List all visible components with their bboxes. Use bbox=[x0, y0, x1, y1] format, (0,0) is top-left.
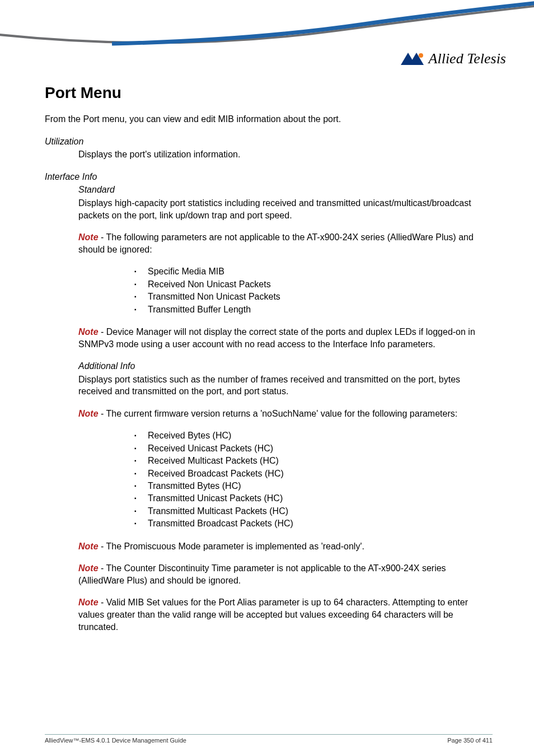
list-item: Transmitted Non Unicast Packets bbox=[134, 291, 493, 303]
page-footer: AlliedView™-EMS 4.0.1 Device Management … bbox=[45, 734, 493, 744]
note-label: Note bbox=[78, 232, 99, 242]
list-item: Transmitted Unicast Packets (HC) bbox=[134, 492, 493, 505]
list-item: Transmitted Broadcast Packets (HC) bbox=[134, 517, 493, 530]
note-label: Note bbox=[78, 542, 99, 551]
standard-note2: Note - Device Manager will not display t… bbox=[78, 326, 493, 350]
list-item: Received Non Unicast Packets bbox=[134, 278, 493, 291]
brand-logo: Allied Telesis bbox=[401, 50, 506, 67]
list-item: Received Broadcast Packets (HC) bbox=[134, 468, 493, 480]
list-item: Received Bytes (HC) bbox=[134, 430, 493, 442]
utilization-desc: Displays the port's utilization informat… bbox=[78, 148, 493, 161]
note-label: Note bbox=[78, 327, 99, 337]
additional-note1-list: Received Bytes (HC) Received Unicast Pac… bbox=[134, 430, 493, 530]
additional-note3: Note - The Counter Discontinuity Time pa… bbox=[78, 562, 493, 586]
brand-name: Allied Telesis bbox=[429, 50, 506, 67]
additional-label: Additional Info bbox=[78, 360, 493, 372]
logo-mark-icon bbox=[401, 52, 425, 66]
list-item: Transmitted Multicast Packets (HC) bbox=[134, 505, 493, 517]
page-title: Port Menu bbox=[45, 84, 493, 102]
note-body: - The following parameters are not appli… bbox=[78, 232, 474, 254]
footer-right: Page 350 of 411 bbox=[447, 737, 493, 744]
additional-note2: Note - The Promiscuous Mode parameter is… bbox=[78, 540, 493, 553]
note-label: Note bbox=[78, 598, 99, 607]
interface-info-label: Interface Info bbox=[45, 171, 493, 183]
svg-point-2 bbox=[419, 53, 423, 58]
standard-note1: Note - The following parameters are not … bbox=[78, 231, 493, 255]
additional-note1: Note - The current firmware version retu… bbox=[78, 408, 493, 420]
footer-left: AlliedView™-EMS 4.0.1 Device Management … bbox=[45, 737, 186, 744]
additional-note4: Note - Valid MIB Set values for the Port… bbox=[78, 596, 493, 633]
note-label: Note bbox=[78, 563, 99, 573]
note-body: - The Promiscuous Mode parameter is impl… bbox=[99, 542, 364, 551]
intro-text: From the Port menu, you can view and edi… bbox=[45, 113, 493, 125]
page-content: Port Menu From the Port menu, you can vi… bbox=[45, 84, 493, 643]
note-body: - Device Manager will not display the co… bbox=[78, 327, 475, 349]
additional-desc: Displays port statistics such as the num… bbox=[78, 374, 493, 398]
standard-label: Standard bbox=[78, 184, 493, 196]
note-body: - Valid MIB Set values for the Port Alia… bbox=[78, 598, 468, 631]
utilization-label: Utilization bbox=[45, 136, 493, 148]
standard-desc: Displays high-capacity port statistics i… bbox=[78, 197, 493, 221]
list-item: Transmitted Bytes (HC) bbox=[134, 480, 493, 492]
list-item: Received Multicast Packets (HC) bbox=[134, 455, 493, 467]
note-label: Note bbox=[78, 409, 99, 418]
note-body: - The Counter Discontinuity Time paramet… bbox=[78, 563, 446, 585]
list-item: Specific Media MIB bbox=[134, 265, 493, 278]
list-item: Received Unicast Packets (HC) bbox=[134, 442, 493, 455]
note-body: - The current firmware version returns a… bbox=[99, 409, 458, 418]
standard-note1-list: Specific Media MIB Received Non Unicast … bbox=[134, 265, 493, 316]
list-item: Transmitted Buffer Length bbox=[134, 304, 493, 316]
